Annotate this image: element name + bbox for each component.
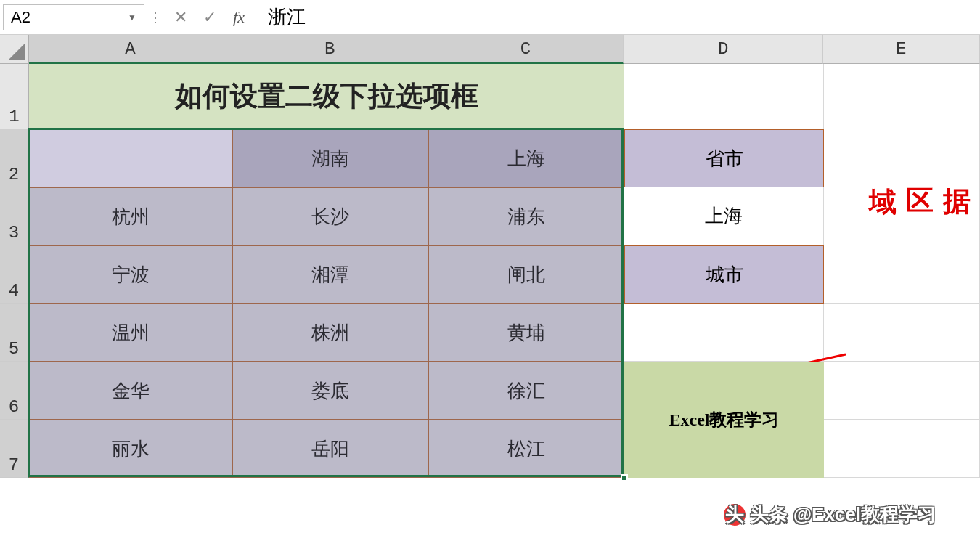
data-header[interactable]: 浙江 — [29, 129, 232, 187]
row-header-2[interactable]: 2 — [0, 129, 29, 187]
row-header-4[interactable]: 4 — [0, 245, 29, 304]
data-cell[interactable]: 丽水 — [29, 420, 232, 478]
name-box[interactable]: A2 ▼ — [3, 4, 144, 30]
select-all-corner[interactable] — [0, 35, 29, 64]
name-box-value: A2 — [11, 8, 30, 27]
cell[interactable] — [824, 64, 980, 129]
cell[interactable] — [824, 304, 980, 362]
col-header-E[interactable]: E — [823, 35, 979, 64]
row-header-7[interactable]: 7 — [0, 420, 29, 478]
data-cell[interactable]: 闸北 — [428, 245, 624, 304]
chevron-down-icon[interactable]: ▼ — [128, 12, 136, 23]
side-value-province[interactable]: 上海 — [624, 187, 824, 245]
watermark: 头 头条 @Excel教程学习 — [724, 502, 936, 527]
logo-icon: 头 — [724, 504, 746, 526]
data-cell[interactable]: 黄埔 — [428, 304, 624, 362]
cell[interactable] — [624, 304, 824, 362]
separator: ⋮ — [144, 9, 166, 25]
data-cell[interactable]: 浦东 — [428, 187, 624, 245]
data-cell[interactable]: 杭州 — [29, 187, 232, 245]
cancel-icon[interactable]: ✕ — [166, 8, 195, 27]
data-cell[interactable]: 松江 — [428, 420, 624, 478]
data-cell[interactable]: 长沙 — [232, 187, 428, 245]
cell[interactable] — [824, 187, 980, 245]
side-label-province[interactable]: 省市 — [624, 129, 824, 187]
data-cell[interactable]: 湘潭 — [232, 245, 428, 304]
formula-bar: A2 ▼ ⋮ ✕ ✓ fx 浙江 — [0, 0, 980, 35]
row-headers: 1234567 — [0, 64, 29, 478]
data-cell[interactable]: 徐汇 — [428, 362, 624, 420]
data-cell[interactable]: 金华 — [29, 362, 232, 420]
watermark-text: 头条 @Excel教程学习 — [750, 502, 936, 527]
formula-input[interactable]: 浙江 — [253, 4, 977, 30]
credit-box: Excel教程学习 — [624, 362, 824, 478]
data-cell[interactable]: 岳阳 — [232, 420, 428, 478]
data-cell[interactable]: 株洲 — [232, 304, 428, 362]
data-cell[interactable]: 宁波 — [29, 245, 232, 304]
column-headers: ABCDE — [29, 35, 980, 64]
cell[interactable] — [824, 362, 980, 420]
col-header-C[interactable]: C — [428, 35, 624, 64]
data-header[interactable]: 上海 — [428, 129, 624, 187]
fx-icon[interactable]: fx — [224, 8, 253, 27]
data-header[interactable]: 湖南 — [232, 129, 428, 187]
annotation-text: 拉取数据区域 — [864, 166, 980, 180]
title-cell[interactable]: 如何设置二级下拉选项框 — [29, 64, 624, 129]
col-header-D[interactable]: D — [624, 35, 823, 64]
cell[interactable] — [824, 420, 980, 478]
data-cell[interactable]: 娄底 — [232, 362, 428, 420]
side-label-city[interactable]: 城市 — [624, 245, 824, 304]
row-header-3[interactable]: 3 — [0, 187, 29, 245]
cell[interactable] — [624, 64, 824, 129]
row-header-1[interactable]: 1 — [0, 64, 29, 129]
col-header-A[interactable]: A — [29, 35, 232, 64]
row-header-6[interactable]: 6 — [0, 362, 29, 420]
cell[interactable] — [824, 245, 980, 304]
row-header-5[interactable]: 5 — [0, 304, 29, 362]
col-header-B[interactable]: B — [232, 35, 428, 64]
data-cell[interactable]: 温州 — [29, 304, 232, 362]
enter-icon[interactable]: ✓ — [195, 8, 224, 27]
